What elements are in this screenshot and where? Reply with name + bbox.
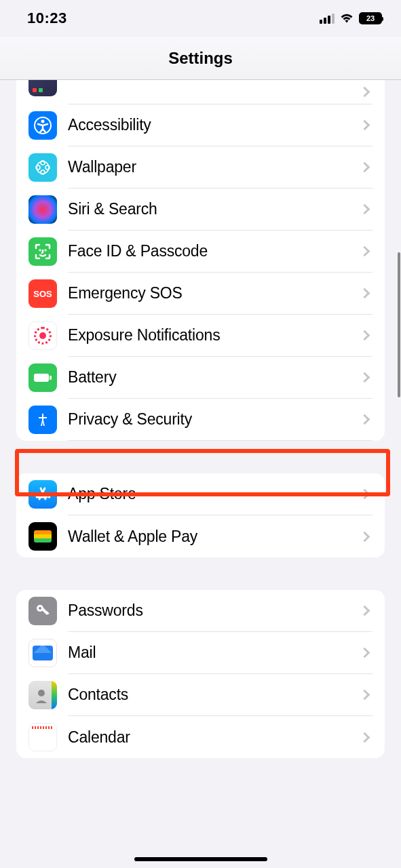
sos-icon: SOS bbox=[28, 279, 57, 308]
sos-icon-text: SOS bbox=[33, 289, 52, 299]
wallet-icon bbox=[28, 522, 57, 551]
label-battery: Battery bbox=[68, 368, 361, 387]
row-app-store[interactable]: App Store bbox=[16, 473, 385, 515]
chevron-right-icon bbox=[360, 204, 370, 215]
label-siri: Siri & Search bbox=[68, 200, 361, 218]
label-passwords: Passwords bbox=[68, 601, 361, 620]
scroll-indicator bbox=[398, 252, 400, 397]
row-home-screen[interactable]: Home Screen bbox=[16, 80, 385, 104]
row-mail[interactable]: Mail bbox=[16, 632, 385, 674]
label-app-store: App Store bbox=[68, 485, 361, 503]
battery-icon: 23 bbox=[359, 12, 382, 24]
svg-point-2 bbox=[37, 161, 49, 174]
row-accessibility[interactable]: Accessibility bbox=[16, 104, 385, 146]
chevron-right-icon bbox=[360, 606, 370, 616]
row-contacts[interactable]: Contacts bbox=[16, 674, 385, 716]
label-mail: Mail bbox=[68, 644, 361, 662]
settings-group-general: Home Screen Accessibility Wallpaper bbox=[16, 80, 385, 441]
svg-rect-10 bbox=[50, 376, 52, 380]
label-sos: Emergency SOS bbox=[68, 284, 361, 302]
chevron-right-icon bbox=[360, 414, 370, 425]
row-wallpaper[interactable]: Wallpaper bbox=[16, 146, 385, 189]
contacts-icon bbox=[28, 681, 57, 709]
chevron-right-icon bbox=[360, 162, 370, 173]
passwords-icon bbox=[28, 597, 57, 625]
svg-point-1 bbox=[41, 120, 45, 123]
status-bar: 10:23 23 bbox=[0, 0, 401, 37]
face-id-icon bbox=[28, 237, 57, 266]
home-screen-icon bbox=[28, 80, 57, 96]
chevron-right-icon bbox=[360, 120, 370, 131]
status-time: 10:23 bbox=[27, 9, 67, 27]
label-accessibility: Accessibility bbox=[68, 116, 361, 134]
chevron-right-icon bbox=[360, 531, 370, 542]
wifi-icon bbox=[339, 13, 354, 24]
accessibility-icon bbox=[28, 111, 57, 140]
chevron-right-icon bbox=[360, 330, 370, 341]
chevron-right-icon bbox=[360, 489, 370, 500]
label-calendar: Calendar bbox=[68, 728, 361, 747]
settings-group-apps: Passwords Mail Contacts Calendar bbox=[16, 590, 385, 758]
status-indicators: 23 bbox=[320, 12, 382, 24]
row-emergency-sos[interactable]: SOS Emergency SOS bbox=[16, 273, 385, 315]
label-wallpaper: Wallpaper bbox=[68, 158, 361, 176]
row-exposure-notifications[interactable]: Exposure Notifications bbox=[16, 315, 385, 357]
wallpaper-icon bbox=[28, 153, 57, 182]
battery-settings-icon bbox=[28, 363, 57, 392]
battery-level: 23 bbox=[366, 14, 375, 22]
svg-point-8 bbox=[45, 250, 46, 251]
row-privacy-security[interactable]: Privacy & Security bbox=[16, 399, 385, 441]
svg-point-15 bbox=[38, 690, 45, 696]
chevron-right-icon bbox=[360, 648, 370, 658]
home-indicator[interactable] bbox=[134, 857, 267, 861]
label-contacts: Contacts bbox=[68, 686, 361, 704]
chevron-right-icon bbox=[360, 288, 370, 299]
mail-icon bbox=[28, 639, 57, 667]
svg-point-12 bbox=[39, 607, 41, 610]
chevron-right-icon bbox=[360, 87, 370, 98]
chevron-right-icon bbox=[360, 732, 370, 743]
svg-rect-9 bbox=[34, 374, 49, 382]
row-calendar[interactable]: Calendar bbox=[16, 716, 385, 758]
chevron-right-icon bbox=[360, 690, 370, 701]
page-title: Settings bbox=[168, 49, 233, 68]
exposure-notifications-icon bbox=[28, 321, 57, 350]
row-siri-search[interactable]: Siri & Search bbox=[16, 189, 385, 231]
row-wallet[interactable]: Wallet & Apple Pay bbox=[16, 515, 385, 557]
cellular-signal-icon bbox=[320, 13, 335, 24]
chevron-right-icon bbox=[360, 246, 370, 257]
svg-point-7 bbox=[40, 250, 41, 251]
settings-group-store: App Store Wallet & Apple Pay bbox=[16, 473, 385, 557]
row-battery[interactable]: Battery bbox=[16, 357, 385, 399]
header: Settings bbox=[0, 37, 401, 80]
label-exposure: Exposure Notifications bbox=[68, 326, 361, 344]
settings-scroll-area[interactable]: Home Screen Accessibility Wallpaper bbox=[0, 80, 401, 868]
label-privacy: Privacy & Security bbox=[68, 410, 361, 429]
chevron-right-icon bbox=[360, 372, 370, 383]
label-face-id: Face ID & Passcode bbox=[68, 242, 361, 260]
siri-icon bbox=[28, 195, 57, 224]
row-passwords[interactable]: Passwords bbox=[16, 590, 385, 632]
label-wallet: Wallet & Apple Pay bbox=[68, 528, 361, 546]
app-store-icon bbox=[28, 480, 57, 509]
calendar-icon bbox=[28, 723, 57, 751]
row-face-id[interactable]: Face ID & Passcode bbox=[16, 231, 385, 273]
privacy-icon bbox=[28, 406, 57, 434]
